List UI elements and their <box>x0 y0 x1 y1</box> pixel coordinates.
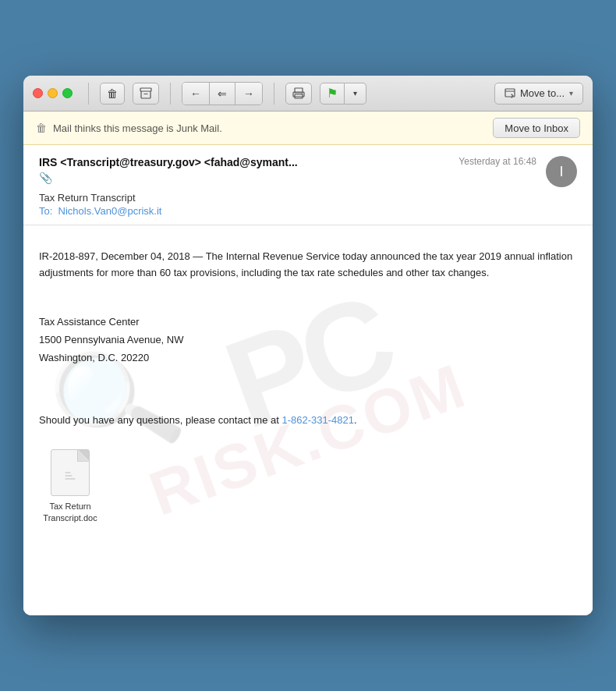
traffic-lights <box>33 88 73 98</box>
email-header-left: IRS <Transcript@treasury.gov> <fahad@sym… <box>39 156 458 184</box>
back-button[interactable]: ← <box>182 83 210 105</box>
move-to-label: Move to... <box>520 87 565 99</box>
address-block: Tax Assistance Center 1500 Pennsylvania … <box>39 313 577 367</box>
archive-button[interactable] <box>133 83 159 105</box>
email-from: IRS <Transcript@treasury.gov> <fahad@sym… <box>39 156 458 168</box>
email-body-paragraph: IR-2018-897, December 04, 2018 — The Int… <box>39 249 577 282</box>
titlebar: 🗑 ← ⇐ → ⚑ ▾ <box>23 76 593 112</box>
email-body: PC RISK.COM 🔍 IR-2018-897, December 04, … <box>23 225 593 615</box>
divider-3 <box>274 83 274 105</box>
junk-banner-content: 🗑 Mail thinks this message is Junk Mail. <box>36 122 222 134</box>
junk-banner: 🗑 Mail thinks this message is Junk Mail.… <box>23 112 593 145</box>
move-to-button[interactable]: Move to... ▾ <box>494 83 583 105</box>
flag-dropdown[interactable]: ▾ <box>345 83 366 105</box>
attachment-clip-icon: 📎 <box>39 172 458 184</box>
minimize-button[interactable] <box>48 88 58 98</box>
print-button[interactable] <box>285 83 312 105</box>
nav-buttons: ← ⇐ → <box>182 82 263 105</box>
move-to-dropdown-arrow: ▾ <box>569 89 573 97</box>
forward-button[interactable]: → <box>235 83 262 105</box>
move-to-inbox-button[interactable]: Move to Inbox <box>493 118 580 138</box>
avatar: I <box>546 156 577 187</box>
divider-2 <box>170 83 171 105</box>
email-to-line: To: Nichols.Van0@pcrisk.it <box>39 205 577 217</box>
junk-banner-message: Mail thinks this message is Junk Mail. <box>53 122 222 134</box>
delete-button[interactable]: 🗑 <box>100 83 125 105</box>
address-line-2: 1500 Pennsylvania Avenue, NW <box>39 331 577 349</box>
contact-end: . <box>354 414 357 426</box>
email-area: IRS <Transcript@treasury.gov> <fahad@sym… <box>23 145 593 615</box>
back-all-button[interactable]: ⇐ <box>210 83 235 105</box>
svg-rect-0 <box>140 88 151 91</box>
email-to-label: To: <box>39 205 52 217</box>
email-to-address[interactable]: Nichols.Van0@pcrisk.it <box>58 205 162 217</box>
email-header: IRS <Transcript@treasury.gov> <fahad@sym… <box>23 145 593 225</box>
close-button[interactable] <box>33 88 43 98</box>
maximize-button[interactable] <box>62 88 73 98</box>
mail-window: 🗑 ← ⇐ → ⚑ ▾ <box>23 76 593 615</box>
junk-icon: 🗑 <box>36 122 47 134</box>
flag-button[interactable]: ⚑ <box>320 83 345 105</box>
contact-text: Should you have any questions, please co… <box>39 414 281 426</box>
address-line-1: Tax Assistance Center <box>39 313 577 331</box>
address-line-3: Washington, D.C. 20220 <box>39 349 577 367</box>
email-date: Yesterday at 16:48 <box>458 156 536 167</box>
email-header-top: IRS <Transcript@treasury.gov> <fahad@sym… <box>39 156 577 187</box>
contact-line: Should you have any questions, please co… <box>39 414 577 426</box>
attachment-section: Tax ReturnTranscript.doc <box>39 449 577 525</box>
email-subject: Tax Return Transcript <box>39 192 577 204</box>
file-icon <box>51 449 90 496</box>
attachment-file[interactable]: Tax ReturnTranscript.doc <box>39 449 101 525</box>
contact-phone[interactable]: 1-862-331-4821 <box>281 414 354 426</box>
attachment-name: Tax ReturnTranscript.doc <box>43 501 97 525</box>
svg-point-4 <box>302 93 303 94</box>
divider-1 <box>88 83 89 105</box>
